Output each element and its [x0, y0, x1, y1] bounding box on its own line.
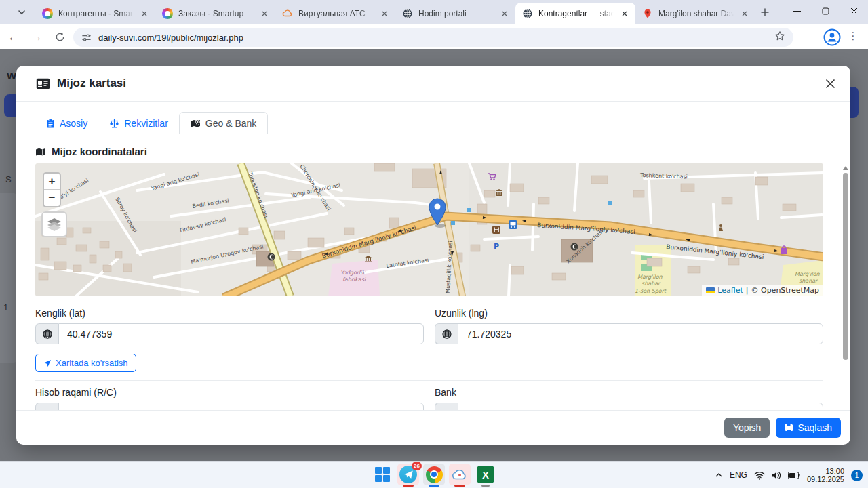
- modal-scrollbar-arrow[interactable]: [843, 166, 848, 170]
- globe-icon: [35, 323, 58, 344]
- map-layers-control[interactable]: [41, 211, 67, 237]
- reload-button[interactable]: [50, 28, 69, 47]
- lat-input[interactable]: [58, 323, 424, 344]
- browser-tab-zakazy[interactable]: Заказы - Smartup: [155, 3, 275, 24]
- running-indicator: [403, 485, 414, 487]
- globe-favicon-icon: [402, 8, 413, 19]
- map-canvas: Orol bo'yi ko'chasi Saroy ko'chasi Yangi…: [35, 163, 823, 296]
- tab-close-icon[interactable]: [499, 8, 510, 19]
- tab-title: Контрагенты - Smartup: [58, 9, 134, 18]
- taskbar-chrome[interactable]: [423, 464, 445, 485]
- background-panel: [0, 193, 18, 363]
- running-indicator: [429, 485, 439, 487]
- background-page-text: 1: [3, 302, 8, 312]
- profile-avatar-icon[interactable]: [823, 28, 841, 46]
- tab-title: Заказы - Smartup: [178, 9, 254, 18]
- account-label: Hisob raqami (R/C): [35, 387, 424, 398]
- window-maximize-button[interactable]: [811, 0, 840, 22]
- battery-icon[interactable]: [788, 472, 800, 479]
- tab-close-icon[interactable]: [739, 8, 750, 19]
- window-minimize-button[interactable]: [783, 0, 811, 22]
- notification-badge[interactable]: 1: [851, 470, 863, 481]
- bookmark-star-icon[interactable]: [774, 30, 785, 44]
- back-button[interactable]: ←: [4, 28, 23, 47]
- modal-close-icon[interactable]: [822, 75, 838, 92]
- window-close-button[interactable]: [840, 0, 868, 22]
- browser-tab-kontragenty[interactable]: Контрагенты - Smartup: [35, 3, 155, 24]
- running-indicator: [481, 485, 490, 487]
- close-button[interactable]: Yopish: [724, 418, 770, 438]
- coordinates-map-icon: [35, 147, 46, 157]
- wifi-icon[interactable]: [754, 471, 765, 480]
- tab-geo-bank[interactable]: Geo & Bank: [179, 112, 269, 134]
- windows-taskbar: 26 X ENG: [0, 461, 868, 488]
- tab-close-icon[interactable]: [259, 8, 270, 19]
- modal-scrollbar[interactable]: [843, 173, 848, 360]
- background-page-text: S: [5, 174, 12, 184]
- url-text[interactable]: daily-suvi.com/19l/public/mijozlar.php: [98, 33, 768, 43]
- taskbar-telegram[interactable]: 26: [397, 464, 419, 485]
- poi-signal-icon: [451, 221, 455, 225]
- leaflet-link[interactable]: Leaflet: [717, 286, 743, 295]
- browser-tabstrip: Контрагенты - Smartup Заказы - Smartup В…: [0, 0, 868, 24]
- tab-rekvizitlar[interactable]: Rekvizitlar: [98, 112, 179, 134]
- forward-button[interactable]: →: [27, 28, 46, 47]
- modal-backdrop: W S 1 Mijoz kartasi Asosiy: [0, 49, 868, 461]
- tab-search-chevron-icon[interactable]: [15, 5, 28, 19]
- id-card-icon: [36, 78, 50, 89]
- volume-icon[interactable]: [772, 471, 781, 480]
- site-settings-icon[interactable]: [81, 33, 92, 43]
- svg-text:P: P: [494, 242, 499, 251]
- telegram-badge: 26: [412, 462, 422, 470]
- poi-signal-icon: [608, 201, 612, 205]
- zoom-out-button[interactable]: −: [44, 190, 60, 206]
- svg-text:fabrikasi: fabrikasi: [342, 277, 366, 283]
- tab-close-icon[interactable]: [619, 8, 630, 19]
- tab-asosiy[interactable]: Asosiy: [35, 112, 98, 134]
- tab-title: Kontragentlar — stacked n: [538, 9, 614, 18]
- browser-tab-kontragentlar-active[interactable]: Kontragentlar — stacked n: [515, 3, 635, 24]
- poi-mosque-icon: [268, 253, 275, 261]
- account-input[interactable]: [58, 403, 424, 410]
- lng-input[interactable]: [458, 323, 823, 344]
- windows-logo-icon: [375, 467, 390, 482]
- poi-bus-icon: [509, 220, 517, 229]
- bank-label: Bank: [435, 387, 823, 398]
- taskbar-cloud-app[interactable]: [449, 464, 471, 485]
- scales-icon: [109, 119, 119, 128]
- save-button[interactable]: Saqlash: [776, 418, 841, 438]
- zoom-in-button[interactable]: +: [44, 174, 60, 190]
- start-button[interactable]: [372, 464, 393, 485]
- globe-icon: [435, 323, 458, 344]
- poi-signal-icon: [467, 208, 471, 212]
- tab-close-icon[interactable]: [379, 8, 390, 19]
- new-tab-button[interactable]: [758, 5, 772, 19]
- browser-tab-atc[interactable]: Виртуальная АТС: [275, 3, 395, 24]
- svg-text:Marg'ilon: Marg'ilon: [795, 271, 821, 277]
- tab-close-icon[interactable]: [139, 8, 150, 19]
- browser-tab-hodim[interactable]: Hodim portali: [395, 3, 515, 24]
- browser-menu-icon[interactable]: ⋮: [846, 30, 860, 45]
- screen: Контрагенты - Smartup Заказы - Smartup В…: [0, 0, 868, 488]
- show-on-map-button[interactable]: Xaritada ko'rsatish: [35, 354, 136, 372]
- mijoz-kartasi-modal: Mijoz kartasi Asosiy Rekvizitlar: [16, 66, 850, 445]
- browser-tab-margilon[interactable]: Marg'ilon shahar Davlat xi: [635, 3, 755, 24]
- hash-icon: [35, 403, 58, 410]
- lng-label: Uzunlik (lng): [435, 308, 823, 319]
- section-title: Mijoz koordinatalari: [35, 146, 823, 157]
- taskbar-excel[interactable]: X: [475, 464, 496, 485]
- navigation-icon: [43, 359, 52, 367]
- lat-label: Kenglik (lat): [35, 308, 424, 319]
- clock[interactable]: 13:00 09.12.2025: [807, 467, 844, 483]
- tab-title: Виртуальная АТС: [298, 9, 374, 18]
- tab-title: Marg'ilon shahar Davlat xi: [658, 9, 734, 18]
- address-bar[interactable]: daily-suvi.com/19l/public/mijozlar.php: [73, 28, 793, 47]
- language-indicator[interactable]: ENG: [730, 470, 747, 480]
- tray-chevron-icon[interactable]: [715, 471, 723, 479]
- bank-input[interactable]: [458, 403, 823, 410]
- svg-text:1-son Sport: 1-son Sport: [635, 288, 667, 294]
- leaflet-map[interactable]: Orol bo'yi ko'chasi Saroy ko'chasi Yangi…: [35, 163, 823, 296]
- bank-icon: [435, 403, 458, 410]
- osm-link[interactable]: © OpenStreetMap: [751, 286, 819, 295]
- svg-text:Yodgorlik: Yodgorlik: [340, 270, 366, 276]
